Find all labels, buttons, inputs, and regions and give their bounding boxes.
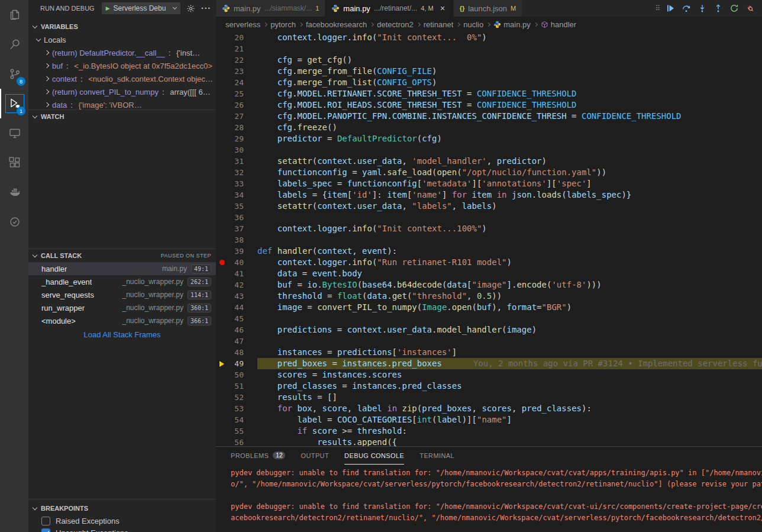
code-line-text[interactable]: def handler(context, event): — [257, 246, 762, 257]
variable-row[interactable]: context: <nuclio_sdk.context.Context obj… — [28, 72, 216, 85]
line-number[interactable]: 20 — [228, 32, 244, 43]
load-all-stack-frames-link[interactable]: Load All Stack Frames — [28, 327, 216, 341]
activity-item-extensions[interactable] — [0, 148, 28, 178]
code-line-text[interactable]: data = event.body — [257, 268, 762, 279]
gutter-glyph-margin[interactable] — [216, 246, 228, 257]
breakpoint-checkbox[interactable] — [41, 517, 50, 525]
code-line[interactable]: 48 instances = predictions['instances'] — [216, 347, 762, 358]
code-line-text[interactable]: functionconfig = yaml.safe_load(open("/o… — [257, 167, 762, 178]
code-line-text[interactable]: label = COCO_CATEGORIES[int(label)]["nam… — [257, 414, 762, 425]
code-line[interactable]: 50 scores = instances.scores — [216, 369, 762, 381]
debug-restart-button[interactable] — [728, 2, 740, 14]
code-line[interactable]: 56 results.append({ — [216, 437, 762, 446]
breakpoint-item[interactable]: Uncaught Exceptions — [28, 527, 216, 532]
gutter-glyph-margin[interactable] — [216, 347, 228, 358]
panel-tab-problems[interactable]: PROBLEMS 12 — [231, 447, 285, 465]
code-line-text[interactable]: if score >= threshold: — [257, 425, 762, 437]
code-line[interactable]: 41 data = event.body — [216, 268, 762, 279]
variable-row[interactable]: data: {'image': 'iVBOR… — [28, 98, 216, 109]
panel-tab-terminal[interactable]: TERMINAL — [419, 447, 454, 465]
code-line[interactable]: 45 — [216, 313, 762, 324]
code-line-text[interactable]: cfg = get_cfg() — [257, 54, 762, 66]
gutter-glyph-margin[interactable] — [216, 54, 228, 66]
expand-icon[interactable] — [44, 89, 49, 94]
code-line-text[interactable]: cfg.MODEL.RETINANET.SCORE_THRESH_TEST = … — [257, 88, 762, 99]
line-number[interactable]: 41 — [228, 268, 244, 279]
line-number[interactable]: 31 — [228, 156, 244, 167]
line-number[interactable]: 21 — [228, 43, 244, 54]
code-line[interactable]: 39def handler(context, event): — [216, 246, 762, 257]
code-line-text[interactable]: setattr(context.user_data, 'model_handle… — [257, 156, 762, 167]
code-line[interactable]: 35 setattr(context.user_data, "labels", … — [216, 201, 762, 212]
code-line-text[interactable]: for box, score, label in zip(pred_boxes,… — [257, 403, 762, 414]
code-line-text[interactable]: pred_classes = instances.pred_classes — [257, 381, 762, 392]
gutter-glyph-margin[interactable] — [216, 302, 228, 313]
code-line[interactable]: 30 — [216, 144, 762, 156]
line-number[interactable]: 32 — [228, 167, 244, 178]
gutter-glyph-margin[interactable] — [216, 111, 228, 122]
code-line-text[interactable]: threshold = float(data.get("threshold", … — [257, 291, 762, 302]
debug-console-output[interactable]: pydev debugger: unable to find translati… — [216, 465, 762, 532]
gutter-glyph-margin[interactable] — [216, 189, 228, 201]
code-line[interactable]: 24 cfg.merge_from_list(CONFIG_OPTS) — [216, 77, 762, 88]
line-number[interactable]: 39 — [228, 246, 244, 257]
debug-step-out-button[interactable] — [712, 2, 724, 14]
code-line-text[interactable] — [257, 234, 762, 246]
start-debug-icon[interactable]: ▶ — [106, 6, 110, 11]
gutter-glyph-margin[interactable] — [216, 32, 228, 43]
code-line-text[interactable]: labels_spec = functionconfig['metadata']… — [257, 178, 762, 189]
line-number[interactable]: 52 — [228, 392, 244, 403]
gutter-glyph-margin[interactable] — [216, 43, 228, 54]
code-line-text[interactable]: instances = predictions['instances'] — [257, 347, 762, 358]
call-stack-frame[interactable]: _handle_event_nuclio_wrapper.py262:1 — [28, 275, 216, 288]
code-line-text[interactable] — [257, 212, 762, 223]
line-number[interactable]: 46 — [228, 324, 244, 336]
debug-step-over-button[interactable] — [680, 2, 692, 14]
code-line[interactable]: 42 buf = io.BytesIO(base64.b64decode(dat… — [216, 279, 762, 291]
gutter-glyph-margin[interactable] — [216, 313, 228, 324]
code-line-text[interactable]: scores = instances.scores — [257, 369, 762, 381]
gutter-glyph-margin[interactable] — [216, 392, 228, 403]
gutter-glyph-margin[interactable] — [216, 414, 228, 425]
activity-item-remote-explorer[interactable] — [0, 118, 28, 148]
gutter-glyph-margin[interactable] — [216, 212, 228, 223]
tab-main-py-retinanet[interactable]: main.py .../retinanet/... 4, M × — [325, 0, 453, 17]
line-number[interactable]: 28 — [228, 122, 244, 133]
line-number[interactable]: 27 — [228, 111, 244, 122]
line-number[interactable]: 40 — [228, 257, 244, 268]
gutter-glyph-margin[interactable] — [216, 178, 228, 189]
code-line[interactable]: 47 — [216, 336, 762, 347]
debug-config-dropdown[interactable]: ▶ Serverless Debu — [102, 2, 180, 14]
gutter-glyph-margin[interactable] — [216, 257, 228, 268]
call-stack-frame[interactable]: run_wrapper_nuclio_wrapper.py360:1 — [28, 301, 216, 314]
code-line[interactable]: 26 cfg.MODEL.ROI_HEADS.SCORE_THRESH_TEST… — [216, 99, 762, 111]
gutter-glyph-margin[interactable] — [216, 324, 228, 336]
code-line-text[interactable]: results.append({ — [257, 437, 762, 446]
watch-pane-header[interactable]: WATCH — [28, 110, 216, 123]
more-actions-icon[interactable]: ··· — [201, 4, 211, 13]
code-line[interactable]: 54 label = COCO_CATEGORIES[int(label)]["… — [216, 414, 762, 425]
code-line-text[interactable]: cfg.MODEL.PANOPTIC_FPN.COMBINE.INSTANCES… — [257, 111, 762, 122]
gutter-glyph-margin[interactable] — [216, 268, 228, 279]
breadcrumb-item-file[interactable]: main.py — [493, 20, 531, 29]
code-line-text[interactable]: results = [] — [257, 392, 762, 403]
debug-continue-button[interactable] — [664, 2, 676, 14]
code-line[interactable]: 49 pred_boxes = instances.pred_boxesYou,… — [216, 358, 762, 369]
variable-row[interactable]: (return) convert_PIL_to_numpy: array([[[… — [28, 85, 216, 98]
breadcrumb-item[interactable]: detectron2 — [377, 20, 413, 29]
breadcrumb-item[interactable]: retinanet — [424, 20, 454, 29]
gutter-glyph-margin[interactable] — [216, 99, 228, 111]
code-line-text[interactable]: cfg.MODEL.ROI_HEADS.SCORE_THRESH_TEST = … — [257, 99, 762, 111]
variables-pane-header[interactable]: VARIABLES — [28, 20, 216, 33]
variable-row[interactable]: buf: <_io.BytesIO object at 0x7f5a2dc1ec… — [28, 59, 216, 72]
code-line[interactable]: 22 cfg = get_cfg() — [216, 54, 762, 66]
gutter-glyph-margin[interactable] — [216, 133, 228, 144]
line-number[interactable]: 50 — [228, 369, 244, 381]
code-line[interactable]: 27 cfg.MODEL.PANOPTIC_FPN.COMBINE.INSTAN… — [216, 111, 762, 122]
breakpoint-checkbox[interactable] — [41, 528, 50, 532]
code-line-text[interactable]: cfg.freeze() — [257, 122, 762, 133]
code-line-text[interactable] — [257, 313, 762, 324]
breakpoint-dot[interactable] — [219, 260, 225, 265]
gutter-glyph-margin[interactable] — [216, 167, 228, 178]
code-line-text[interactable]: setattr(context.user_data, "labels", lab… — [257, 201, 762, 212]
